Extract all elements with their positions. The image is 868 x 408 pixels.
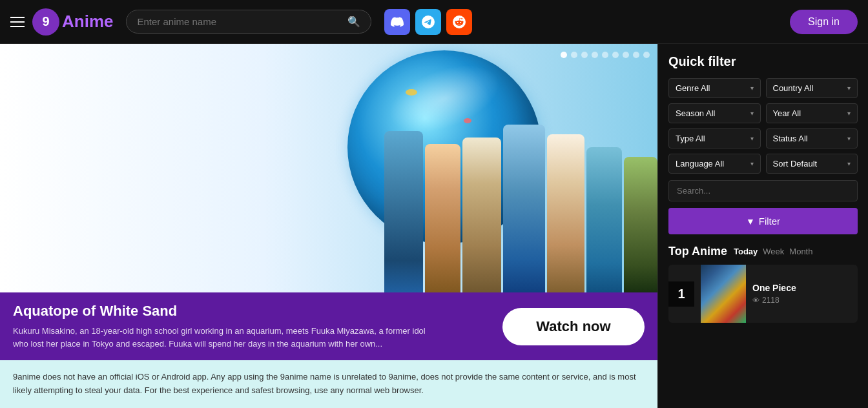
language-value: All xyxy=(715,159,724,168)
status-arrow-icon: ▾ xyxy=(847,135,851,142)
type-value: All xyxy=(696,134,705,143)
rank-badge: 1 xyxy=(668,281,694,307)
top-anime-tabs: Today Week Month xyxy=(734,245,812,258)
type-label: Type All xyxy=(676,134,705,143)
filter-search-input[interactable] xyxy=(668,180,858,201)
genre-filter[interactable]: Genre All ▾ xyxy=(668,78,761,98)
top-anime-title: Top Anime xyxy=(668,245,727,258)
sort-arrow-icon: ▾ xyxy=(847,160,851,167)
main-layout: Aquatope of White Sand Kukuru Misakino, … xyxy=(0,44,868,408)
hero-info-bar: Aquatope of White Sand Kukuru Misakino, … xyxy=(0,292,657,360)
anime-name: One Piece xyxy=(752,283,858,293)
notice-banner: 9anime does not have an official iOS or … xyxy=(0,360,657,408)
thumb-placeholder xyxy=(701,265,746,323)
hero-artwork xyxy=(230,44,657,292)
country-value: All xyxy=(804,83,813,93)
watch-now-button[interactable]: Watch now xyxy=(502,308,645,345)
genre-value: All xyxy=(701,83,710,93)
telegram-icon[interactable] xyxy=(415,9,441,35)
country-label: Country All xyxy=(773,83,814,93)
hero-description: Kukuru Misakino, an 18-year-old high sch… xyxy=(13,325,426,350)
sort-label: Sort Default xyxy=(773,159,818,168)
eye-icon: 👁 xyxy=(752,296,760,304)
language-arrow-icon: ▾ xyxy=(750,160,754,167)
genre-label: Genre All xyxy=(676,83,710,93)
hero-text-area: Aquatope of White Sand Kukuru Misakino, … xyxy=(13,303,426,350)
logo-circle: 9 xyxy=(32,8,59,36)
season-value: All xyxy=(706,108,715,118)
tab-month[interactable]: Month xyxy=(789,245,812,258)
tab-week[interactable]: Week xyxy=(763,245,784,258)
type-filter[interactable]: Type All ▾ xyxy=(668,128,761,148)
type-arrow-icon: ▾ xyxy=(750,135,754,142)
left-content: Aquatope of White Sand Kukuru Misakino, … xyxy=(0,44,657,408)
season-label: Season All xyxy=(676,108,715,118)
filter-icon: ▼ xyxy=(746,216,755,227)
year-arrow-icon: ▾ xyxy=(847,110,851,117)
search-bar: 🔍 xyxy=(126,10,371,34)
season-filter[interactable]: Season All ▾ xyxy=(668,103,761,123)
season-arrow-icon: ▾ xyxy=(750,110,754,117)
filter-grid: Genre All ▾ Country All ▾ Season All ▾ Y… xyxy=(668,78,858,174)
language-filter[interactable]: Language All ▾ xyxy=(668,154,761,174)
status-filter[interactable]: Status All ▾ xyxy=(766,128,858,148)
status-label: Status All xyxy=(773,134,808,143)
top-anime-header: Top Anime Today Week Month xyxy=(668,245,858,258)
top-anime-item[interactable]: 1 One Piece 👁 2118 xyxy=(668,265,858,323)
quick-filter-title: Quick filter xyxy=(668,54,858,69)
year-filter[interactable]: Year All ▾ xyxy=(766,103,858,123)
hero-title: Aquatope of White Sand xyxy=(13,303,426,320)
status-value: All xyxy=(798,134,807,143)
country-filter[interactable]: Country All ▾ xyxy=(766,78,858,98)
notice-text: 9anime does not have an official iOS or … xyxy=(13,372,636,395)
search-button[interactable]: 🔍 xyxy=(347,15,360,28)
top-anime-section: Top Anime Today Week Month 1 One Piece � xyxy=(668,245,858,323)
filter-btn-label: Filter xyxy=(759,216,780,227)
filter-button[interactable]: ▼ Filter xyxy=(668,208,858,234)
header: 9 Anime 🔍 Sign in xyxy=(0,0,868,44)
anime-thumbnail xyxy=(701,265,746,323)
logo[interactable]: 9 Anime xyxy=(32,8,113,36)
discord-icon[interactable] xyxy=(384,9,410,35)
hero-banner xyxy=(0,44,657,292)
language-label: Language All xyxy=(676,159,724,168)
view-count: 2118 xyxy=(762,296,780,305)
tab-today[interactable]: Today xyxy=(734,245,758,258)
right-sidebar: Quick filter Genre All ▾ Country All ▾ S… xyxy=(657,44,868,408)
logo-text: Anime xyxy=(62,12,113,32)
year-value: All xyxy=(792,108,801,118)
reddit-icon[interactable] xyxy=(446,9,472,35)
social-icons xyxy=(384,9,472,35)
signin-button[interactable]: Sign in xyxy=(790,10,858,34)
search-input[interactable] xyxy=(137,16,347,27)
genre-arrow-icon: ▾ xyxy=(750,85,754,92)
country-arrow-icon: ▾ xyxy=(847,85,851,92)
year-label: Year All xyxy=(773,108,801,118)
menu-icon[interactable] xyxy=(10,17,25,27)
character-group xyxy=(384,125,657,292)
sort-value: Default xyxy=(790,159,817,168)
anime-info: One Piece 👁 2118 xyxy=(752,278,858,310)
anime-views: 👁 2118 xyxy=(752,296,858,305)
sort-filter[interactable]: Sort Default ▾ xyxy=(766,154,858,174)
